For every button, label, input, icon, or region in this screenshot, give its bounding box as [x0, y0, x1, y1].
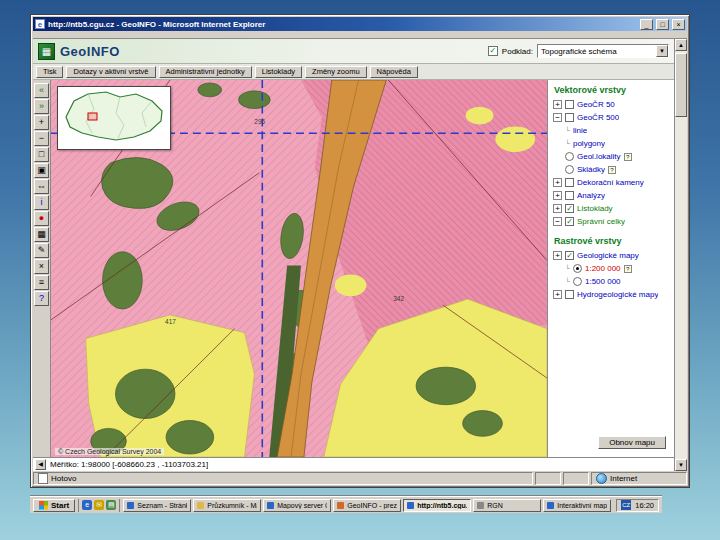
quick-launch-show-desktop-icon[interactable]: ▤: [106, 500, 116, 510]
expand-icon[interactable]: +: [553, 100, 562, 109]
layer-label-polygony[interactable]: polygony: [573, 139, 605, 148]
menu-button-zm-ny-zoomu[interactable]: Změny zoomu: [305, 66, 367, 78]
info-tool[interactable]: i: [34, 195, 49, 210]
expand-icon[interactable]: +: [553, 191, 562, 200]
erase-tool-glyph: ×: [35, 260, 48, 273]
measure-tool[interactable]: ✎: [34, 243, 49, 258]
menu-button-listoklady[interactable]: Listoklady: [255, 66, 302, 78]
expand-icon[interactable]: +: [553, 290, 562, 299]
basemap-control-group: Podklad: Topografické schéma ▼: [488, 44, 669, 58]
layer-checkbox-geologick-mapy[interactable]: ✓: [565, 251, 574, 260]
layer-info-icon-geol-lokality[interactable]: ?: [624, 153, 632, 161]
layer-info-icon-skl-dky[interactable]: ?: [608, 166, 616, 174]
layer-label-geo-r-500[interactable]: GeoČR 500: [577, 113, 619, 122]
status-spacer-cell: [563, 472, 589, 485]
quick-launch-internet-explorer-icon[interactable]: e: [82, 500, 92, 510]
identify-tool[interactable]: ●: [34, 211, 49, 226]
layer-checkbox-listoklady[interactable]: ✓: [565, 204, 574, 213]
layer-label-anal-zy[interactable]: Analýzy: [577, 191, 605, 200]
status-text: Hotovo: [51, 474, 76, 483]
layer-row-linie: └linie: [548, 124, 674, 137]
menu-button-administrativn-jednotky[interactable]: Administrativní jednotky: [159, 66, 252, 78]
legend-tool[interactable]: ≡: [34, 275, 49, 290]
taskbar-item-seznam-str-nka[interactable]: Seznam - Stránka: [123, 499, 191, 512]
scroll-down-icon[interactable]: ▼: [675, 459, 687, 471]
layer-label-dekora-n-kameny[interactable]: Dekorační kameny: [577, 178, 644, 187]
geoinfo-page: ▦ GeoINFO Podklad: Topografické schéma ▼…: [33, 39, 674, 471]
raster-layers-heading: Rastrové vrstvy: [554, 236, 674, 246]
layer-label-1-500-000[interactable]: 1:500 000: [585, 277, 621, 286]
layer-info-icon-1-200-000[interactable]: ?: [624, 265, 632, 273]
layer-checkbox-geo-r-50[interactable]: [565, 100, 574, 109]
collapse-icon[interactable]: −: [553, 217, 562, 226]
expand-icon[interactable]: +: [553, 178, 562, 187]
menu-button-dotazy-v-aktivn-vrstv[interactable]: Dotazy v aktivní vrstvě: [66, 66, 155, 78]
help-tool[interactable]: ?: [34, 291, 49, 306]
basemap-checkbox[interactable]: [488, 46, 498, 56]
refresh-map-button[interactable]: Obnov mapu: [598, 436, 666, 449]
vector-layer-list: +GeoČR 50−GeoČR 500└linie└polygonyGeol.l…: [548, 98, 674, 228]
zoom-in-tool[interactable]: +: [34, 115, 49, 130]
pan-tool[interactable]: ⇔: [34, 179, 49, 194]
menu-button-tisk[interactable]: Tisk: [36, 66, 63, 78]
zoom-window-tool-glyph: □: [35, 148, 48, 161]
layer-label-listoklady[interactable]: Listoklady: [577, 204, 613, 213]
layer-radio-geol-lokality[interactable]: [565, 152, 574, 161]
taskbar-item-label: Průzkumník - Mapy: [207, 502, 257, 509]
layer-row-geol-lokality: Geol.lokality?: [548, 150, 674, 163]
taskbar-item-geoinfo-prezentace[interactable]: GeoINFO - prezentace: [333, 499, 401, 512]
close-button[interactable]: ×: [672, 19, 685, 30]
map-viewport[interactable]: 296 417 342 © Czech Geological Survey 20…: [51, 80, 548, 457]
taskbar-item-http-ntb5-cgu-cz[interactable]: http://ntb5.cgu.cz: [403, 499, 471, 512]
layer-checkbox-anal-zy[interactable]: [565, 191, 574, 200]
forward-view-tool[interactable]: »: [34, 99, 49, 114]
zoom-window-tool[interactable]: □: [34, 147, 49, 162]
maximize-button[interactable]: □: [656, 19, 669, 30]
layer-checkbox-hydrogeologick-mapy[interactable]: [565, 290, 574, 299]
vertical-scrollbar[interactable]: ▲ ▼: [674, 39, 687, 471]
layer-label-hydrogeologick-mapy[interactable]: Hydrogeologické mapy: [577, 290, 658, 299]
full-extent-tool[interactable]: ▣: [34, 163, 49, 178]
layer-checkbox-spr-vn-celky[interactable]: ✓: [565, 217, 574, 226]
erase-tool[interactable]: ×: [34, 259, 49, 274]
back-view-tool[interactable]: «: [34, 83, 49, 98]
title-bar[interactable]: e http://ntb5.cgu.cz - GeoINFO - Microso…: [33, 17, 687, 31]
zoom-out-tool[interactable]: −: [34, 131, 49, 146]
collapse-icon[interactable]: −: [553, 113, 562, 122]
scroll-left-icon[interactable]: ◀: [35, 459, 46, 470]
system-tray: CZ 16:20: [616, 499, 659, 512]
layer-radio-1-500-000[interactable]: [573, 277, 582, 286]
layer-radio-1-200-000[interactable]: [573, 264, 582, 273]
keyboard-language-indicator[interactable]: CZ: [621, 500, 631, 510]
layer-checkbox-dekora-n-kameny[interactable]: [565, 178, 574, 187]
layer-checkbox-geo-r-500[interactable]: [565, 113, 574, 122]
layer-label-spr-vn-celky[interactable]: Správní celky: [577, 217, 625, 226]
layer-label-linie[interactable]: linie: [573, 126, 587, 135]
map-elevation-label: 417: [165, 318, 176, 325]
chevron-down-icon[interactable]: ▼: [656, 45, 668, 57]
taskbar-item-pr-zkumn-k-mapy[interactable]: Průzkumník - Mapy: [193, 499, 261, 512]
expand-icon[interactable]: +: [553, 204, 562, 213]
scrollbar-thumb[interactable]: [675, 53, 687, 117]
select-area-tool[interactable]: ▦: [34, 227, 49, 242]
document-icon: [38, 473, 48, 484]
taskbar-item-interaktivn-mapa[interactable]: Interaktivní mapa: [543, 499, 611, 512]
layer-label-geologick-mapy[interactable]: Geologické mapy: [577, 251, 639, 260]
layer-label-skl-dky[interactable]: Skládky: [577, 165, 605, 174]
overview-map-inset[interactable]: [57, 86, 171, 150]
menu-button-n-pov-da[interactable]: Nápověda: [370, 66, 418, 78]
minimize-button[interactable]: _: [640, 19, 653, 30]
scroll-up-icon[interactable]: ▲: [675, 39, 687, 51]
taskbar-item-mapov-server-gs[interactable]: Mapový server ČGS: [263, 499, 331, 512]
taskbar-item-rgn[interactable]: RGN: [473, 499, 541, 512]
clock[interactable]: 16:20: [635, 501, 654, 510]
layer-label-geol-lokality[interactable]: Geol.lokality: [577, 152, 621, 161]
basemap-select[interactable]: Topografické schéma ▼: [537, 44, 669, 58]
start-button[interactable]: Start: [33, 499, 75, 512]
quick-launch-outlook-icon[interactable]: ✉: [94, 500, 104, 510]
layer-radio-skl-dky[interactable]: [565, 165, 574, 174]
layer-label-geo-r-50[interactable]: GeoČR 50: [577, 100, 615, 109]
expand-icon[interactable]: +: [553, 251, 562, 260]
layer-label-1-200-000[interactable]: 1:200 000: [585, 264, 621, 273]
raster-layer-list: +✓Geologické mapy└1:200 000?└1:500 000+H…: [548, 249, 674, 301]
